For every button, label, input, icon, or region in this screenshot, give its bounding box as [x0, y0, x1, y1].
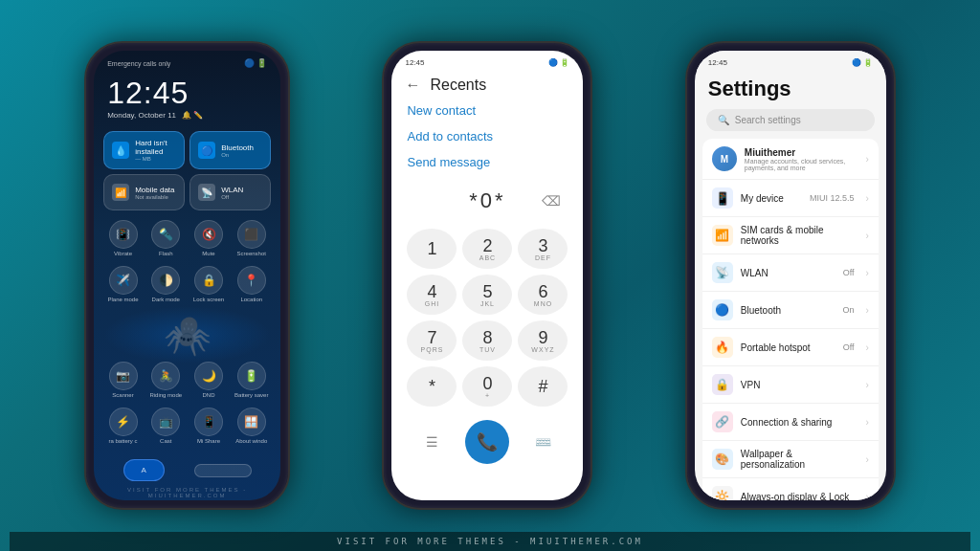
phone1-btn-left[interactable]: A	[123, 459, 165, 481]
vpn-chevron: ›	[865, 380, 868, 390]
key-6[interactable]: 6MNO	[518, 275, 568, 315]
quick-tiles-grid: 💧 Hard isn't installed — MB 🔵 Bluetooth …	[94, 127, 280, 214]
phone3-screen: 12:45 🔵 🔋 Settings 🔍 Search settings M	[695, 51, 886, 500]
dialpad-menu-button[interactable]: ☰	[415, 425, 450, 459]
key-5[interactable]: 5JKL	[462, 275, 512, 315]
phone1-status-left: Emergency calls only	[107, 60, 170, 67]
bluetooth-text: Bluetooth	[741, 305, 835, 316]
icon-window[interactable]: 🪟 About windo	[232, 408, 271, 444]
phone3-shell: 12:45 🔵 🔋 Settings 🔍 Search settings M	[685, 41, 896, 510]
tab-new-contact[interactable]: New contact	[407, 103, 568, 118]
key-hash[interactable]: #	[518, 366, 568, 407]
tile-icon-3: 📡	[198, 184, 215, 201]
icon-ridingmode[interactable]: 🚴 Riding mode	[146, 362, 186, 398]
phone1-date: Monday, October 11 🔔 ✏️	[107, 111, 267, 120]
icon-airplane[interactable]: ✈️ Plane mode	[103, 266, 143, 302]
settings-search-bar[interactable]: 🔍 Search settings	[706, 109, 875, 131]
call-button[interactable]: 📞	[465, 420, 509, 464]
settings-item-account[interactable]: M Miuithemer Manage accounts, cloud serv…	[702, 139, 879, 180]
icon-row-2: ✈️ Plane mode 🌓 Dark mode 🔒 Lock screen …	[94, 260, 280, 306]
tile-text-0: Hard isn't installed — MB	[135, 139, 176, 162]
delete-button[interactable]: ⌫	[542, 193, 564, 209]
key-star[interactable]: *	[407, 366, 457, 407]
connection-text: Connection & sharing	[741, 417, 858, 428]
bluetooth-chevron: ›	[865, 305, 868, 316]
aod-chevron: ›	[865, 492, 868, 501]
phone2-status-icons: 🔵 🔋	[548, 58, 569, 67]
key-2[interactable]: 2ABC	[462, 229, 512, 269]
phone1-btn-right[interactable]	[194, 464, 252, 477]
sim-text: SIM cards & mobile networks	[741, 225, 858, 246]
dialer-keypad: 1 2ABC 3DEF 4GHI 5JKL 6MNO 7PQRS 8TUV 9W…	[391, 223, 583, 412]
tab-send-message[interactable]: Send message	[407, 155, 568, 169]
wlan-icon: 📡	[712, 262, 733, 283]
account-chevron: ›	[865, 154, 868, 165]
quick-tile-1[interactable]: 🔵 Bluetooth On	[189, 131, 271, 169]
quick-tile-3[interactable]: 📡 WLAN Off	[189, 174, 271, 210]
keypad-button[interactable]: ⌨️	[525, 425, 560, 459]
settings-item-vpn[interactable]: 🔒 VPN ›	[702, 366, 879, 404]
key-0[interactable]: 0+	[462, 366, 512, 407]
key-1[interactable]: 1	[407, 229, 457, 269]
key-3[interactable]: 3DEF	[518, 229, 568, 269]
icon-battery2[interactable]: ⚡ ra battery c	[103, 408, 143, 444]
vpn-icon: 🔒	[712, 374, 733, 395]
settings-item-aod[interactable]: 🔆 Always-on display & Lock ›	[702, 478, 879, 500]
phone1-shell: Emergency calls only 🔵 🔋 12:45 Monday, O…	[84, 41, 290, 510]
phones-row: Emergency calls only 🔵 🔋 12:45 Monday, O…	[10, 0, 970, 551]
tab-add-contacts[interactable]: Add to contacts	[407, 129, 568, 143]
icon-scanner[interactable]: 📷 Scanner	[103, 362, 143, 398]
connection-chevron: ›	[865, 417, 868, 428]
dialer-back-button[interactable]: ←	[405, 77, 420, 94]
icon-cast[interactable]: 📺 Cast	[146, 408, 186, 444]
icon-location[interactable]: 📍 Location	[232, 266, 271, 302]
search-icon: 🔍	[718, 115, 729, 125]
icon-mute[interactable]: 🔇 Mute	[189, 220, 229, 256]
hotspot-icon: 🔥	[712, 337, 733, 358]
dialer-tabs: New contact Add to contacts Send message	[391, 103, 583, 169]
wlan-chevron: ›	[865, 268, 868, 278]
bluetooth-icon: 🔵	[712, 299, 733, 320]
settings-item-bluetooth[interactable]: 🔵 Bluetooth On ›	[702, 292, 879, 329]
icon-lockscreen[interactable]: 🔒 Lock screen	[189, 266, 229, 302]
settings-item-mydevice[interactable]: 📱 My device MIUI 12.5.5 ›	[702, 180, 879, 217]
phone1-statusbar: Emergency calls only 🔵 🔋	[94, 51, 280, 72]
icon-vibrate[interactable]: 📳 Vibrate	[103, 220, 143, 256]
icon-darkmode[interactable]: 🌓 Dark mode	[146, 266, 186, 302]
icon-dnd[interactable]: 🌙 DND	[189, 362, 229, 398]
phone1-time: 12:45	[107, 76, 267, 111]
icon-flash[interactable]: 🔦 Flash	[146, 220, 186, 256]
key-4[interactable]: 4GHI	[407, 275, 457, 315]
search-placeholder: Search settings	[735, 115, 801, 125]
key-7[interactable]: 7PQRS	[407, 320, 457, 361]
icon-screenshot[interactable]: ⬛ Screenshot	[232, 220, 271, 256]
key-9[interactable]: 9WXYZ	[518, 320, 568, 361]
icon-row-3: 📷 Scanner 🚴 Riding mode 🌙 DND 🔋 Battery …	[94, 356, 280, 402]
settings-title: Settings	[695, 71, 886, 109]
icon-mishare[interactable]: 📱 Mi Share	[189, 408, 229, 444]
settings-item-sim[interactable]: 📶 SIM cards & mobile networks ›	[702, 217, 879, 254]
settings-item-wallpaper[interactable]: 🎨 Wallpaper & personalization ›	[702, 441, 879, 478]
phone2-shell: 12:45 🔵 🔋 ← Recents New contact Add to c…	[382, 41, 592, 510]
phone2-time: 12:45	[405, 58, 424, 67]
settings-list: M Miuithemer Manage accounts, cloud serv…	[702, 139, 879, 500]
sim-icon: 📶	[712, 225, 733, 246]
icon-batterysaver[interactable]: 🔋 Battery saver	[232, 362, 271, 398]
phone3-time: 12:45	[708, 58, 727, 67]
settings-item-wlan[interactable]: 📡 WLAN Off ›	[702, 254, 879, 292]
tile-icon-2: 📶	[112, 184, 129, 201]
quick-tile-2[interactable]: 📶 Mobile data Not available	[103, 174, 185, 210]
phone1-bottombar: A	[94, 452, 280, 485]
mydevice-text: My device	[741, 193, 802, 204]
dialer-header: ← Recents	[391, 71, 583, 103]
center-art: 🕷️	[103, 306, 271, 364]
key-8[interactable]: 8TUV	[462, 320, 512, 361]
mydevice-chevron: ›	[865, 193, 868, 204]
phone3-statusbar: 12:45 🔵 🔋	[695, 51, 886, 71]
tile-icon-0: 💧	[112, 142, 129, 159]
icon-row-1: 📳 Vibrate 🔦 Flash 🔇 Mute ⬛ Screenshot	[94, 214, 280, 260]
settings-item-hotspot[interactable]: 🔥 Portable hotspot Off ›	[702, 329, 879, 366]
page-watermark: VISIT FOR MORE THEMES - MIUITHEMER.COM	[10, 532, 970, 551]
settings-item-connection[interactable]: 🔗 Connection & sharing ›	[702, 404, 879, 441]
quick-tile-0[interactable]: 💧 Hard isn't installed — MB	[103, 131, 185, 169]
